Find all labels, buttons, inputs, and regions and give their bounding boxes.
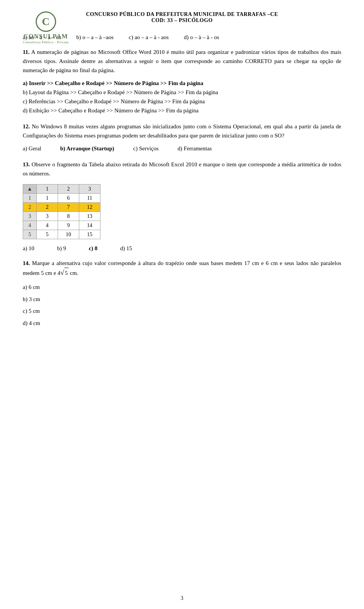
cell-4-3: 14: [79, 221, 100, 230]
table-corner: ▲: [23, 185, 37, 194]
main-content: a) ao – à – à – os b) o – a – à –aos c) …: [23, 34, 341, 329]
cell-1-1: 1: [37, 194, 58, 203]
q11-text: 11. A numeração de páginas no Microsoft …: [23, 47, 341, 75]
cell-3-3: 13: [79, 212, 100, 221]
q14-options: a) 6 cm b) 3 cm c) 5 cm d) 4 cm: [23, 281, 341, 329]
question-10-block: a) ao – à – à – os b) o – a – à –aos c) …: [23, 34, 341, 41]
logo-circle: C: [36, 11, 56, 32]
q11-number: 11.: [23, 49, 30, 55]
q12-text: 12. No Windows 8 muitas vezes alguns pro…: [23, 122, 341, 140]
page-number: 3: [0, 595, 364, 601]
cell-5-2: 10: [58, 230, 79, 239]
q11-option-c: c) Referências >> Cabeçalho e Rodapé >> …: [23, 97, 341, 106]
col-header-1: 1: [37, 185, 58, 194]
logo-main-text: CONSULPAM: [24, 33, 68, 40]
header-subtitle: COD: 33 – PSICÓLOGO: [86, 17, 278, 24]
q13-option-c: c) 8: [89, 245, 97, 252]
q11-options: a) Inserir >> Cabeçalho e Rodapé >> Núme…: [23, 79, 341, 115]
row-header-5: 5: [23, 230, 37, 239]
q12-option-c: c) Serviços: [133, 144, 158, 153]
q13-text: 13. Observe o fragmento da Tabela abaixo…: [23, 160, 341, 178]
cell-4-1: 4: [37, 221, 58, 230]
row-header-1: 1: [23, 194, 37, 203]
q10-option-d: d) o – à – à - os: [184, 34, 219, 41]
q10-option-b: b) o – a – à –aos: [76, 34, 113, 41]
table-row: 1 1 6 11: [23, 194, 100, 203]
cell-5-1: 5: [37, 230, 58, 239]
cell-3-1: 3: [37, 212, 58, 221]
sqrt-sign: √: [60, 269, 64, 276]
cell-2-2: 7: [58, 203, 79, 212]
cell-1-2: 6: [58, 194, 79, 203]
q14-option-d: d) 4 cm: [23, 317, 341, 330]
question-13-block: 13. Observe o fragmento da Tabela abaixo…: [23, 160, 341, 252]
row-header-3: 3: [23, 212, 37, 221]
col-header-2: 2: [58, 185, 79, 194]
cell-2-3: 12: [79, 203, 100, 212]
row-header-2: 2: [23, 203, 37, 212]
header-center: CONCURSO PÚBLICO DA PREFEITURA MUNICIPAL…: [86, 11, 278, 24]
q12-options: a) Geral b) Arranque (Startup) c) Serviç…: [23, 144, 341, 153]
q14-text: 14. Marque a alternativa cujo valor corr…: [23, 259, 341, 278]
row-header-4: 4: [23, 221, 37, 230]
cell-2-1: 2: [37, 203, 58, 212]
q11-option-d: d) Exibição >> Cabeçalho e Rodapé >> Núm…: [23, 106, 341, 115]
table-row-highlighted: 2 2 7 12: [23, 203, 100, 212]
question-11-block: 11. A numeração de páginas no Microsoft …: [23, 47, 341, 115]
q13-option-a: a) 10: [23, 245, 34, 252]
q14-option-a: a) 6 cm: [23, 281, 341, 293]
page-header: C CONSULPAM Consultoria Público - Privad…: [23, 11, 341, 24]
q12-option-a: a) Geral: [23, 144, 41, 153]
q13-option-b: b) 9: [57, 245, 66, 252]
q11-option-b: b) Layout da Página >> Cabeçalho e Rodap…: [23, 88, 341, 97]
q12-option-d: d) Ferramentas: [177, 144, 212, 153]
sqrt-content: 5: [64, 268, 69, 278]
q11-option-a: a) Inserir >> Cabeçalho e Rodapé >> Núme…: [23, 79, 341, 88]
q14-option-b: b) 3 cm: [23, 293, 341, 306]
logo-area: C CONSULPAM Consultoria Público - Privad…: [23, 11, 69, 44]
table-row: 4 4 9 14: [23, 221, 100, 230]
logo-sub-text: Consultoria Público - Privada: [23, 40, 69, 44]
q10-option-c: c) ao – a – à - aos: [129, 34, 169, 41]
q10-options: a) ao – à – à – os b) o – a – à –aos c) …: [23, 34, 341, 41]
table-header-row: ▲ 1 2 3: [23, 185, 100, 194]
table-row: 5 5 10 15: [23, 230, 100, 239]
q13-number: 13.: [23, 161, 30, 167]
page: C CONSULPAM Consultoria Público - Privad…: [0, 0, 364, 609]
q13-option-d: d) 15: [120, 245, 132, 252]
cell-3-2: 8: [58, 212, 79, 221]
cell-1-3: 11: [79, 194, 100, 203]
question-12-block: 12. No Windows 8 muitas vezes alguns pro…: [23, 122, 341, 153]
logo-icon: C: [42, 16, 50, 28]
table-row: 3 3 8 13: [23, 212, 100, 221]
cell-4-2: 9: [58, 221, 79, 230]
sqrt-expression: √5: [60, 268, 68, 278]
q14-number: 14.: [23, 260, 30, 266]
q12-option-b: b) Arranque (Startup): [60, 144, 115, 153]
excel-table-container: ▲ 1 2 3 1 1 6 11: [23, 184, 341, 239]
question-14-block: 14. Marque a alternativa cujo valor corr…: [23, 259, 341, 329]
cell-5-3: 15: [79, 230, 100, 239]
header-title: CONCURSO PÚBLICO DA PREFEITURA MUNICIPAL…: [86, 11, 278, 17]
q13-options: a) 10 b) 9 c) 8 d) 15: [23, 245, 341, 252]
excel-table: ▲ 1 2 3 1 1 6 11: [23, 184, 100, 239]
col-header-3: 3: [79, 185, 100, 194]
q14-option-c: c) 5 cm: [23, 305, 341, 317]
q12-number: 12.: [23, 123, 30, 129]
